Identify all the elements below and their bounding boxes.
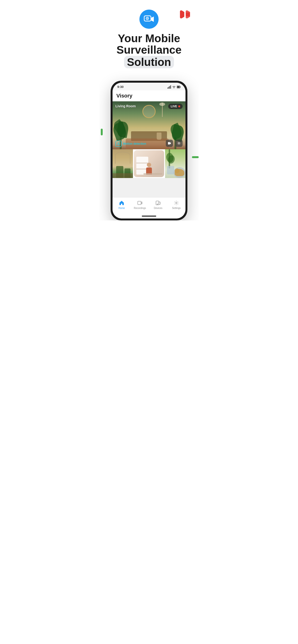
- camera-thumbnails-row: [112, 149, 186, 178]
- wifi-icon: [172, 85, 176, 89]
- svg-rect-7: [169, 86, 170, 89]
- camera-thumb-2[interactable]: [133, 149, 165, 178]
- app-logo: [139, 10, 159, 29]
- svg-rect-18: [159, 202, 160, 204]
- svg-rect-16: [138, 201, 141, 204]
- header-section: Your Mobile Surveillance Solution: [104, 10, 194, 70]
- status-time: 9:30: [117, 85, 123, 89]
- phone-outer-frame: 9:30: [111, 81, 187, 220]
- svg-point-13: [118, 142, 119, 144]
- bottom-nav: Home Recordings: [112, 197, 186, 214]
- recording-action-btn[interactable]: [166, 140, 173, 147]
- settings-nav-icon: [173, 200, 180, 206]
- recordings-icon: [137, 200, 143, 206]
- home-indicator-bar: [142, 216, 156, 216]
- home-icon: [118, 200, 125, 206]
- app-title: Visory: [116, 93, 132, 99]
- camera-room-label: Living Room: [115, 104, 136, 108]
- headline: Your Mobile Surveillance Solution: [116, 32, 181, 68]
- svg-rect-6: [169, 87, 169, 89]
- svg-point-19: [157, 204, 158, 204]
- settings-action-btn[interactable]: [175, 140, 183, 147]
- nav-item-home[interactable]: Home: [112, 200, 131, 210]
- devices-icon: [155, 200, 161, 206]
- motion-text: Motion detection: [123, 142, 146, 146]
- page-wrapper: Your Mobile Surveillance Solution 9:30: [99, 0, 199, 220]
- camera-thumb-3[interactable]: [165, 149, 186, 178]
- nav-item-settings[interactable]: Settings: [167, 200, 186, 210]
- left-volume-pill: [101, 129, 103, 135]
- red-brand-icon: [179, 10, 192, 21]
- battery-icon: [177, 85, 181, 89]
- status-bar: 9:30: [112, 83, 186, 90]
- svg-point-20: [176, 202, 177, 204]
- nav-item-recordings[interactable]: Recordings: [131, 200, 149, 210]
- nav-label-devices: Devices: [154, 207, 163, 210]
- camera-action-icons: [166, 140, 183, 147]
- svg-rect-8: [170, 85, 171, 89]
- status-icons: [167, 85, 181, 89]
- nav-label-settings: Settings: [172, 207, 181, 210]
- live-badge: LIVE: [168, 104, 183, 109]
- svg-rect-12: [180, 86, 181, 88]
- svg-rect-5: [168, 88, 168, 89]
- svg-rect-14: [168, 142, 170, 144]
- nav-label-recordings: Recordings: [134, 207, 146, 210]
- svg-point-2: [147, 18, 148, 19]
- app-header-bar: Visory: [112, 90, 186, 101]
- motion-icon-box: [115, 141, 122, 147]
- camera-thumb-1[interactable]: [112, 149, 133, 178]
- svg-rect-4: [186, 12, 190, 16]
- camera-feed-main[interactable]: Living Room LIVE: [112, 101, 186, 149]
- right-side-pill: [192, 156, 199, 158]
- svg-rect-3: [180, 12, 184, 16]
- phone-inner-screen: 9:30: [112, 83, 186, 218]
- nav-item-devices[interactable]: Devices: [149, 200, 167, 210]
- signal-icon: [167, 85, 171, 89]
- nav-label-home: Home: [118, 207, 125, 210]
- phone-bottom-area: [112, 178, 186, 197]
- phone-mockup: 9:30: [104, 81, 194, 220]
- svg-rect-11: [177, 86, 180, 88]
- svg-point-15: [179, 142, 180, 144]
- motion-detection-bar[interactable]: Motion detection: [115, 141, 146, 147]
- live-dot: [178, 106, 180, 107]
- svg-point-9: [174, 88, 175, 88]
